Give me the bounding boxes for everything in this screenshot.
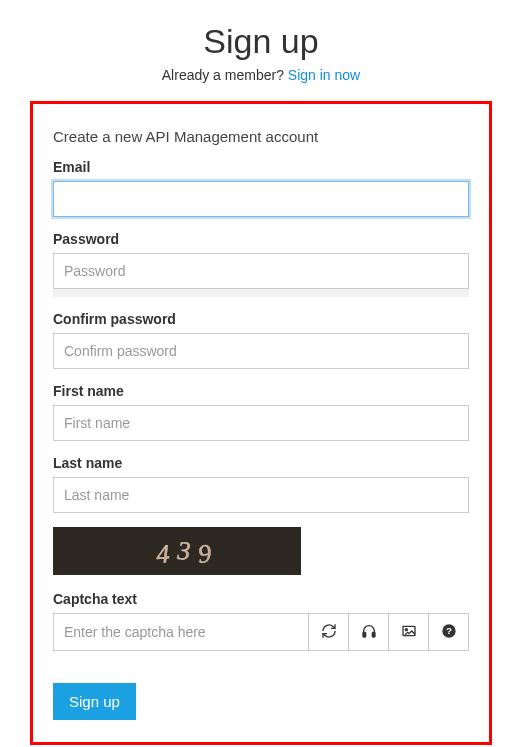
svg-rect-5	[372, 632, 375, 637]
captcha-image: 4 3 9	[53, 527, 301, 575]
captcha-field[interactable]	[53, 613, 309, 651]
page-title: Sign up	[0, 22, 522, 61]
subtitle: Already a member? Sign in now	[0, 67, 522, 83]
svg-text:4: 4	[155, 539, 170, 569]
svg-point-7	[405, 628, 407, 630]
svg-rect-4	[363, 632, 366, 637]
image-icon	[401, 623, 417, 642]
captcha-row: ?	[53, 613, 469, 651]
sign-in-link[interactable]: Sign in now	[288, 67, 360, 83]
confirm-password-field[interactable]	[53, 333, 469, 369]
signup-button[interactable]: Sign up	[53, 683, 136, 720]
subtitle-text: Already a member?	[162, 67, 288, 83]
svg-text:?: ?	[446, 626, 452, 636]
captcha-help-button[interactable]: ?	[429, 613, 469, 651]
last-name-field[interactable]	[53, 477, 469, 513]
signup-form-container: Create a new API Management account Emai…	[30, 101, 492, 745]
form-heading: Create a new API Management account	[53, 128, 469, 145]
email-label: Email	[53, 159, 469, 175]
refresh-icon	[321, 623, 337, 642]
captcha-refresh-button[interactable]	[309, 613, 349, 651]
help-icon: ?	[441, 623, 457, 642]
confirm-password-group: Confirm password	[53, 311, 469, 369]
captcha-group: Captcha text ?	[53, 591, 469, 651]
captcha-label: Captcha text	[53, 591, 469, 607]
first-name-group: First name	[53, 383, 469, 441]
email-field[interactable]	[53, 181, 469, 217]
headphones-icon	[361, 623, 377, 642]
first-name-label: First name	[53, 383, 469, 399]
password-strength-bar	[53, 289, 469, 297]
captcha-image-button[interactable]	[389, 613, 429, 651]
first-name-field[interactable]	[53, 405, 469, 441]
password-group: Password	[53, 231, 469, 297]
email-group: Email	[53, 159, 469, 217]
confirm-password-label: Confirm password	[53, 311, 469, 327]
svg-text:3: 3	[176, 536, 191, 566]
last-name-group: Last name	[53, 455, 469, 513]
password-field[interactable]	[53, 253, 469, 289]
captcha-audio-button[interactable]	[349, 613, 389, 651]
password-label: Password	[53, 231, 469, 247]
last-name-label: Last name	[53, 455, 469, 471]
